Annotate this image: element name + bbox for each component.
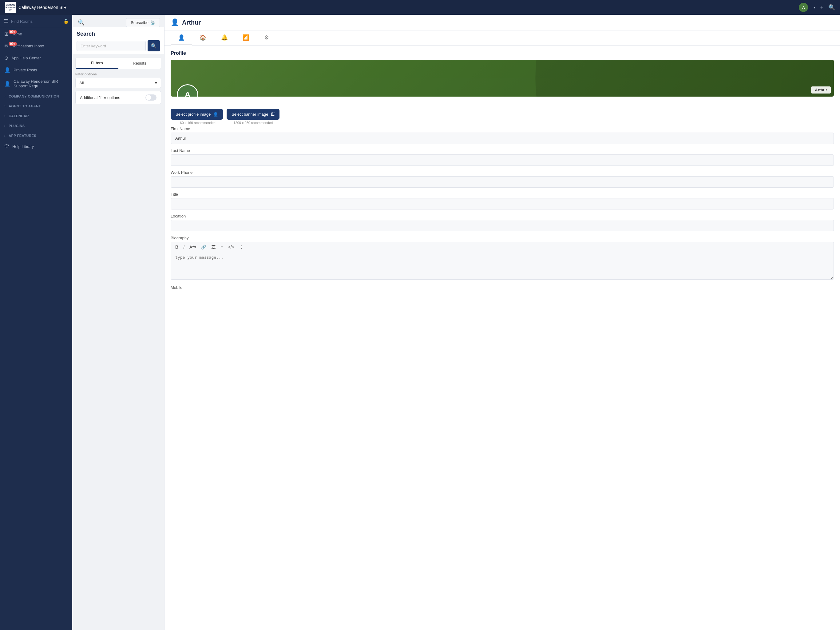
banner-image bbox=[171, 60, 834, 97]
last-name-label: Last Name bbox=[171, 148, 834, 153]
lock-icon: 🔒 bbox=[63, 19, 69, 24]
profile-panel: 👤 Arthur 👤 🏠 🔔 📶 ⚙ Profile bbox=[164, 15, 840, 630]
home-icon: ⊞ bbox=[4, 31, 8, 37]
find-rooms-input[interactable] bbox=[11, 19, 63, 24]
sidebar-search-bar: ☰ 🔒 bbox=[0, 15, 72, 28]
sidebar-section-label: PLUGINS bbox=[9, 124, 68, 128]
sidebar-item-app-help[interactable]: ⊙ App Help Center bbox=[0, 52, 72, 64]
title-group: Title bbox=[171, 192, 834, 209]
biography-textarea[interactable] bbox=[171, 252, 834, 280]
bio-link-button[interactable]: 🔗 bbox=[200, 244, 208, 250]
first-name-input[interactable] bbox=[171, 133, 834, 144]
sidebar-item-label: Private Posts bbox=[14, 68, 68, 72]
image-btn-row: Select profile image 👤 160 x 160 recomme… bbox=[171, 109, 834, 125]
avatar-chevron-icon[interactable]: ▾ bbox=[813, 6, 815, 9]
filter-dropdown[interactable]: All ▾ bbox=[75, 78, 161, 88]
additional-filter-label: Additional filter options bbox=[80, 95, 120, 100]
sidebar: ☰ 🔒 ⊞ Home 99+ ✉ Notifications Inbox 99+… bbox=[0, 15, 72, 630]
support-icon: 👤 bbox=[4, 81, 11, 87]
tab-feed[interactable]: 📶 bbox=[235, 30, 257, 45]
search-panel-icon-button[interactable]: 🔍 bbox=[77, 18, 86, 27]
chevron-down-icon: ▾ bbox=[155, 81, 157, 85]
search-input-row: 🔍 bbox=[77, 40, 160, 51]
sidebar-item-help-library[interactable]: 🛡 Help Library bbox=[0, 141, 72, 152]
work-phone-label: Work Phone bbox=[171, 170, 834, 175]
user-avatar-button[interactable]: A bbox=[799, 3, 808, 12]
tab-notifications[interactable]: 🔔 bbox=[214, 30, 235, 45]
chevron-right-icon: › bbox=[4, 95, 6, 98]
profile-content: Profile Arthur A Select profile image 👤 … bbox=[164, 46, 840, 299]
sidebar-item-label: App Help Center bbox=[11, 56, 68, 60]
sidebar-item-label: Home bbox=[11, 32, 68, 36]
filter-section: Filter options All ▾ Additional filter o… bbox=[72, 72, 164, 104]
search-keyword-input[interactable] bbox=[77, 41, 146, 51]
last-name-group: Last Name bbox=[171, 148, 834, 166]
subscribe-label: Subscribe bbox=[131, 20, 148, 25]
bio-image-button[interactable]: 🖼 bbox=[210, 244, 217, 250]
topbar-right: A ▾ + 🔍 bbox=[799, 3, 835, 12]
tab-settings[interactable]: ⚙ bbox=[257, 30, 276, 45]
tab-profile[interactable]: 👤 bbox=[171, 30, 192, 45]
sidebar-section-label: APP FEATURES bbox=[9, 134, 68, 138]
sidebar-section-app-features[interactable]: › APP FEATURES bbox=[0, 131, 72, 141]
search-header-row: 🔍 Subscribe 📡 bbox=[72, 15, 164, 27]
additional-filter-toggle[interactable] bbox=[145, 95, 156, 101]
last-name-input[interactable] bbox=[171, 154, 834, 166]
help-library-icon: 🛡 bbox=[4, 144, 9, 149]
sidebar-item-callaway-support[interactable]: 👤 Callaway Henderson SIR Support Requ... bbox=[0, 76, 72, 91]
main-layout: ☰ 🔒 ⊞ Home 99+ ✉ Notifications Inbox 99+… bbox=[0, 15, 840, 630]
sidebar-section-company-comm[interactable]: › COMPANY COMMUNICATION bbox=[0, 91, 72, 101]
chevron-right-icon: › bbox=[4, 124, 6, 128]
select-banner-image-button[interactable]: Select banner image 🖼 bbox=[227, 109, 279, 120]
topbar-logo: Callaway Henderson SIR Callaway Henderso… bbox=[5, 2, 66, 13]
bio-list-button[interactable]: ≡ bbox=[219, 244, 224, 250]
mobile-group: Mobile bbox=[171, 285, 834, 290]
title-input[interactable] bbox=[171, 198, 834, 209]
additional-filter-row: Additional filter options bbox=[75, 91, 161, 104]
bio-italic-button[interactable]: I bbox=[182, 244, 186, 250]
hamburger-icon[interactable]: ☰ bbox=[4, 18, 9, 25]
title-label: Title bbox=[171, 192, 834, 196]
chevron-right-icon: › bbox=[4, 134, 6, 138]
filter-value: All bbox=[79, 81, 84, 85]
tab-results[interactable]: Results bbox=[118, 57, 161, 69]
select-banner-image-label: Select banner image bbox=[232, 112, 268, 117]
sidebar-section-plugins[interactable]: › PLUGINS bbox=[0, 121, 72, 131]
sidebar-section-label: COMPANY COMMUNICATION bbox=[9, 95, 68, 98]
sidebar-item-home[interactable]: ⊞ Home 99+ bbox=[0, 28, 72, 40]
topbar-left: Callaway Henderson SIR Callaway Henderso… bbox=[5, 2, 66, 13]
first-name-label: First Name bbox=[171, 127, 834, 131]
banner-image-icon: 🖼 bbox=[271, 112, 275, 117]
sidebar-item-label: Help Library bbox=[12, 144, 68, 149]
bio-bold-button[interactable]: B bbox=[174, 244, 180, 250]
chevron-right-icon: › bbox=[4, 104, 6, 108]
home-badge: 99+ bbox=[9, 30, 17, 34]
global-search-icon[interactable]: 🔍 bbox=[828, 4, 835, 11]
banner-image-hint: 1200 x 260 recommended bbox=[234, 121, 273, 125]
sidebar-section-label: CALENDAR bbox=[9, 114, 68, 118]
topbar: Callaway Henderson SIR Callaway Henderso… bbox=[0, 0, 840, 15]
search-go-button[interactable]: 🔍 bbox=[148, 40, 160, 51]
sidebar-item-label: Callaway Henderson SIR Support Requ... bbox=[14, 79, 68, 88]
profile-topbar: 👤 Arthur bbox=[164, 15, 840, 30]
sidebar-section-calendar[interactable]: › CALENDAR bbox=[0, 111, 72, 121]
sidebar-item-private-posts[interactable]: 👤 Private Posts bbox=[0, 64, 72, 76]
work-phone-group: Work Phone bbox=[171, 170, 834, 188]
topbar-title: Callaway Henderson SIR bbox=[19, 5, 66, 10]
search-panel-header: Search 🔍 bbox=[72, 27, 164, 54]
sidebar-section-label: AGENT TO AGENT bbox=[9, 104, 68, 108]
tab-filters[interactable]: Filters bbox=[76, 57, 118, 69]
location-input[interactable] bbox=[171, 220, 834, 231]
search-tabs: Filters Results bbox=[75, 57, 161, 69]
sidebar-section-agent-to-agent[interactable]: › AGENT TO AGENT bbox=[0, 101, 72, 111]
bio-font-button[interactable]: Aᴬ▾ bbox=[188, 244, 197, 250]
select-profile-image-button[interactable]: Select profile image 👤 bbox=[171, 109, 223, 120]
tab-home[interactable]: 🏠 bbox=[192, 30, 214, 45]
first-name-group: First Name bbox=[171, 127, 834, 144]
bio-code-button[interactable]: </> bbox=[227, 244, 235, 250]
subscribe-button[interactable]: Subscribe 📡 bbox=[126, 18, 160, 27]
add-icon[interactable]: + bbox=[820, 4, 823, 11]
bio-more-button[interactable]: ⋮ bbox=[238, 244, 245, 250]
work-phone-input[interactable] bbox=[171, 176, 834, 188]
sidebar-item-notifications[interactable]: ✉ Notifications Inbox 99+ bbox=[0, 40, 72, 52]
